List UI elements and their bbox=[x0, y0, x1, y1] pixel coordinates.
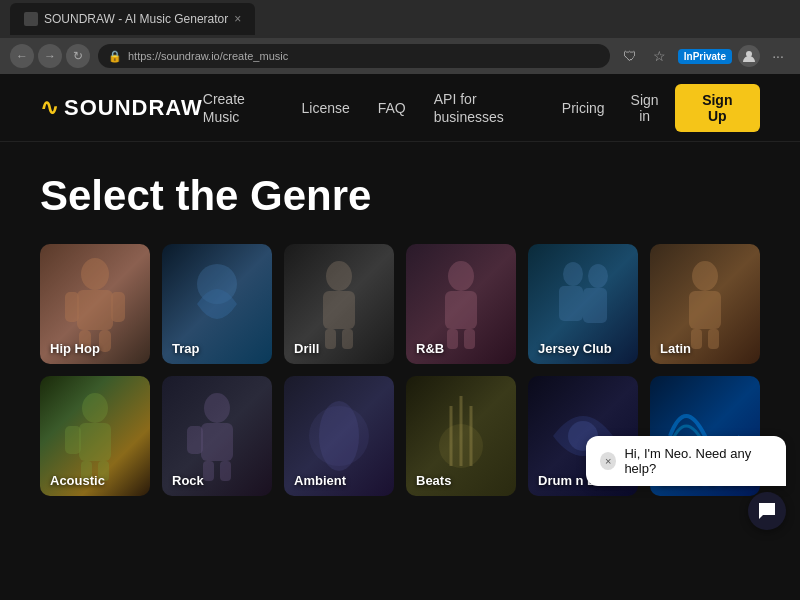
genre-label-latin: Latin bbox=[660, 341, 691, 356]
chat-message: Hi, I'm Neo. Need any help? bbox=[624, 446, 772, 476]
svg-rect-14 bbox=[447, 329, 458, 349]
svg-point-17 bbox=[588, 264, 608, 288]
shield-icon[interactable]: 🛡 bbox=[618, 44, 642, 68]
svg-rect-6 bbox=[99, 330, 111, 352]
svg-rect-11 bbox=[342, 329, 353, 349]
svg-rect-2 bbox=[77, 290, 113, 330]
star-icon[interactable]: ☆ bbox=[648, 44, 672, 68]
genre-label-beats: Beats bbox=[416, 473, 451, 488]
svg-rect-26 bbox=[65, 426, 81, 454]
genre-card-acoustic[interactable]: Acoustic bbox=[40, 376, 150, 496]
chat-close-button[interactable]: × bbox=[600, 452, 616, 470]
url-text: https://soundraw.io/create_music bbox=[128, 50, 288, 62]
svg-rect-32 bbox=[203, 461, 214, 481]
chat-bubble: × Hi, I'm Neo. Need any help? bbox=[586, 436, 786, 486]
genre-label-rock: Rock bbox=[172, 473, 204, 488]
page-content: ∿ SOUNDRAW Create Music License FAQ API … bbox=[0, 74, 800, 600]
svg-point-12 bbox=[448, 261, 474, 291]
genre-label-hiphop: Hip Hop bbox=[50, 341, 100, 356]
tab-title: SOUNDRAW - AI Music Generator bbox=[44, 12, 228, 26]
genre-card-ambient[interactable]: Ambient bbox=[284, 376, 394, 496]
nav-api[interactable]: API for businesses bbox=[434, 91, 504, 125]
genre-card-rock[interactable]: Rock bbox=[162, 376, 272, 496]
svg-point-29 bbox=[204, 393, 230, 423]
genre-card-latin[interactable]: Latin bbox=[650, 244, 760, 364]
nav-create-music[interactable]: Create Music bbox=[203, 91, 245, 125]
svg-point-35 bbox=[319, 401, 359, 471]
genre-label-acoustic: Acoustic bbox=[50, 473, 105, 488]
svg-rect-15 bbox=[464, 329, 475, 349]
svg-point-1 bbox=[81, 258, 109, 290]
genre-label-trap: Trap bbox=[172, 341, 199, 356]
svg-point-8 bbox=[326, 261, 352, 291]
svg-rect-18 bbox=[559, 286, 583, 321]
svg-rect-19 bbox=[583, 288, 607, 323]
svg-point-24 bbox=[82, 393, 108, 423]
genre-card-hiphop[interactable]: Hip Hop bbox=[40, 244, 150, 364]
menu-button[interactable]: ··· bbox=[766, 44, 790, 68]
svg-rect-30 bbox=[201, 423, 233, 461]
forward-button[interactable]: → bbox=[38, 44, 62, 68]
svg-rect-21 bbox=[689, 291, 721, 329]
genre-card-drill[interactable]: Drill bbox=[284, 244, 394, 364]
genre-card-jerseyclub[interactable]: Jersey Club bbox=[528, 244, 638, 364]
chat-open-button[interactable] bbox=[748, 492, 786, 530]
genre-label-ambient: Ambient bbox=[294, 473, 346, 488]
svg-rect-4 bbox=[111, 292, 125, 322]
nav-license[interactable]: License bbox=[301, 100, 349, 116]
browser-tab[interactable]: SOUNDRAW - AI Music Generator × bbox=[10, 3, 255, 35]
svg-point-16 bbox=[563, 262, 583, 286]
genre-card-rnb[interactable]: R&B bbox=[406, 244, 516, 364]
navbar: ∿ SOUNDRAW Create Music License FAQ API … bbox=[0, 74, 800, 142]
svg-rect-23 bbox=[708, 329, 719, 349]
signin-button[interactable]: Sign in bbox=[625, 92, 665, 124]
address-bar[interactable]: 🔒 https://soundraw.io/create_music bbox=[98, 44, 610, 68]
svg-rect-10 bbox=[325, 329, 336, 349]
logo-text: SOUNDRAW bbox=[64, 95, 203, 121]
tab-close-icon[interactable]: × bbox=[234, 12, 241, 26]
genre-card-trap[interactable]: Trap bbox=[162, 244, 272, 364]
signup-button[interactable]: Sign Up bbox=[675, 84, 760, 132]
page-title: Select the Genre bbox=[40, 172, 760, 220]
genre-card-beats[interactable]: Beats bbox=[406, 376, 516, 496]
svg-rect-13 bbox=[445, 291, 477, 329]
svg-point-20 bbox=[692, 261, 718, 291]
svg-rect-31 bbox=[187, 426, 203, 454]
lock-icon: 🔒 bbox=[108, 50, 122, 63]
logo-wave-icon: ∿ bbox=[40, 95, 58, 121]
svg-rect-9 bbox=[323, 291, 355, 329]
user-avatar[interactable] bbox=[738, 45, 760, 67]
tab-favicon bbox=[24, 12, 38, 26]
chat-widget: × Hi, I'm Neo. Need any help? bbox=[586, 436, 786, 530]
refresh-button[interactable]: ↻ bbox=[66, 44, 90, 68]
svg-rect-25 bbox=[79, 423, 111, 461]
svg-rect-22 bbox=[691, 329, 702, 349]
nav-links: Create Music License FAQ API for busines… bbox=[203, 90, 605, 126]
svg-rect-3 bbox=[65, 292, 79, 322]
logo[interactable]: ∿ SOUNDRAW bbox=[40, 95, 203, 121]
genre-label-rnb: R&B bbox=[416, 341, 444, 356]
nav-faq[interactable]: FAQ bbox=[378, 100, 406, 116]
back-button[interactable]: ← bbox=[10, 44, 34, 68]
genre-label-drill: Drill bbox=[294, 341, 319, 356]
svg-rect-33 bbox=[220, 461, 231, 481]
nav-pricing[interactable]: Pricing bbox=[562, 100, 605, 116]
inprivate-badge: InPrivate bbox=[678, 49, 732, 64]
genre-label-jerseyclub: Jersey Club bbox=[538, 341, 612, 356]
